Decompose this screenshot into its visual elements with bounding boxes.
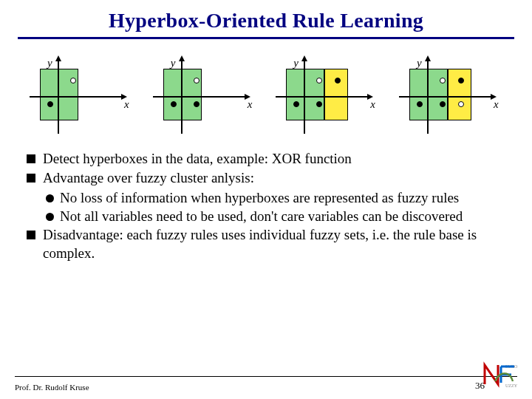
bullet-item: Disadvantage: each fuzzy rules uses indi…: [27, 226, 505, 262]
square-bullet-icon: [27, 174, 35, 183]
author-text: Prof. Dr. Rudolf Kruse: [15, 383, 89, 392]
disc-bullet-icon: [46, 213, 54, 221]
open-point: [194, 78, 200, 83]
y-label: y: [171, 57, 176, 69]
filled-point: [171, 101, 177, 107]
x-axis: [399, 96, 495, 98]
title-area: Hyperbox-Oriented Rule Learning: [0, 0, 532, 33]
green-box: [163, 69, 202, 120]
x-axis: [153, 96, 249, 98]
filled-point: [417, 101, 423, 107]
filled-point: [458, 78, 464, 83]
neurofuzzy-logo-icon: EURO UZZY: [482, 361, 526, 389]
open-point: [458, 101, 464, 107]
bullet-text: No loss of information when hyperboxes a…: [60, 189, 459, 207]
x-label: x: [248, 98, 253, 111]
bullet-text: Not all variables need to be used, don't…: [60, 208, 463, 225]
x-label: x: [124, 98, 129, 111]
filled-point: [194, 101, 200, 107]
sub-bullet-item: Not all variables need to be used, don't…: [46, 208, 505, 225]
open-point: [70, 78, 76, 83]
filled-point: [47, 101, 53, 107]
green-box: [409, 69, 448, 120]
filled-point: [440, 101, 446, 107]
y-axis: [181, 60, 183, 134]
green-box: [286, 69, 324, 120]
x-axis: [30, 96, 126, 98]
svg-text:UZZY: UZZY: [505, 383, 518, 388]
page-title: Hyperbox-Oriented Rule Learning: [0, 9, 532, 33]
open-point: [440, 78, 446, 83]
green-box: [40, 69, 78, 120]
x-label: x: [494, 98, 499, 111]
yellow-box: [448, 69, 471, 120]
y-axis: [427, 60, 429, 134]
sub-bullet-item: No loss of information when hyperboxes a…: [46, 189, 505, 207]
square-bullet-icon: [27, 231, 35, 239]
y-axis: [304, 60, 305, 134]
y-axis: [58, 60, 59, 134]
bullet-text: Disadvantage: each fuzzy rules uses indi…: [43, 226, 505, 262]
diagram-1: x y: [30, 55, 133, 137]
bullet-text: Detect hyperboxes in the data, example: …: [43, 150, 352, 168]
x-label: x: [370, 98, 375, 111]
diagram-3: x y: [276, 55, 379, 137]
y-label: y: [47, 57, 52, 69]
figure-row: x y x y x y x y: [0, 39, 532, 137]
footer-rule: [15, 376, 517, 377]
bullet-text: Advantage over fuzzy cluster anlysis:: [43, 169, 254, 187]
disc-bullet-icon: [46, 194, 54, 202]
square-bullet-icon: [27, 154, 35, 163]
diagram-4: x y: [399, 55, 502, 137]
y-label: y: [417, 57, 422, 69]
diagram-2: x y: [153, 55, 256, 137]
footer: Prof. Dr. Rudolf Kruse 36 EURO UZZY: [0, 376, 532, 392]
bullet-item: Advantage over fuzzy cluster anlysis:: [27, 169, 505, 187]
content-area: Detect hyperboxes in the data, example: …: [0, 137, 532, 262]
bullet-item: Detect hyperboxes in the data, example: …: [27, 150, 505, 168]
x-axis: [276, 96, 372, 98]
yellow-box: [324, 69, 348, 120]
y-label: y: [293, 57, 299, 69]
